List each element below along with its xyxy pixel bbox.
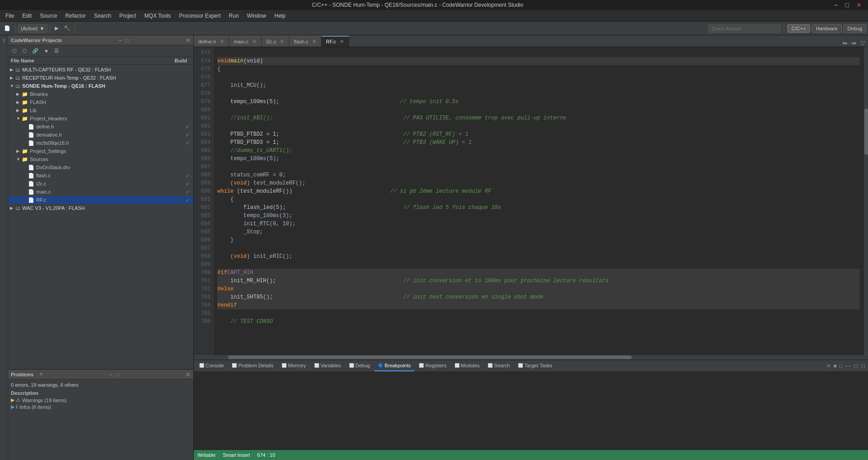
bottom-tab-target-tasks[interactable]: ⬜Target Tasks [514, 360, 556, 371]
tree-item-label: DoOnStack.drv [36, 165, 193, 170]
menu-item-refactor[interactable]: Refactor [62, 12, 89, 20]
vertical-scrollbar[interactable] [863, 47, 868, 355]
tree-collapse-btn[interactable]: ⬡ [10, 47, 19, 55]
bottom-tab-console[interactable]: ⬜Console [196, 360, 227, 371]
close-btn[interactable]: ✕ [854, 1, 864, 9]
tree-item[interactable]: ▶📁Lib [8, 106, 193, 114]
tree-item[interactable]: ▶📁Binaries [8, 90, 193, 98]
editor-tab-i2c.c[interactable]: i2c.c✕ [262, 36, 290, 47]
title-controls[interactable]: − □ ✕ [831, 1, 864, 9]
tree-expand-btn[interactable]: ⬡ [20, 47, 29, 55]
menu-item-project[interactable]: Project [115, 12, 139, 20]
bottom-ctrl-btn-2[interactable]: □ [839, 363, 844, 369]
tab-nav-btn[interactable]: ⬅ [841, 39, 849, 47]
menu-item-window[interactable]: Window [243, 12, 270, 20]
code-line [217, 73, 860, 81]
editor-tab-flash.c[interactable]: flash.c✕ [289, 36, 321, 47]
tree-item[interactable]: ▶📁FLASH [8, 98, 193, 106]
tab-close-btn[interactable]: ✕ [340, 38, 344, 45]
tree-expander-icon: ▶ [16, 108, 22, 113]
tree-item[interactable]: 📄flash.c✓ [8, 171, 193, 180]
tree-item[interactable]: ▼🗂SONDE Hum-Temp - QE16 : FLASH [8, 82, 193, 90]
bottom-ctrl-btn-1[interactable]: ■ [833, 363, 838, 369]
editor-tab-RF.c[interactable]: RF.c✕ [321, 36, 349, 47]
bottom-tab-variables[interactable]: ⬜Variables [311, 360, 345, 371]
menu-item-help[interactable]: Help [271, 12, 289, 20]
problem-category-infos[interactable]: ▶ ℹ Infos (6 items) [11, 403, 191, 410]
editor-tab-define.h[interactable]: define.h✕ [194, 36, 229, 47]
tree-item[interactable]: 📄derivative.h✓ [8, 131, 193, 139]
h-scroll-thumb[interactable] [228, 356, 632, 359]
tab-close-btn[interactable]: ✕ [252, 38, 257, 45]
bottom-tab-modules[interactable]: ⬜Modules [451, 360, 484, 371]
problems-minimize[interactable]: − [109, 371, 112, 378]
scroll-thumb[interactable] [864, 109, 868, 155]
bottom-tab-registers[interactable]: ⬜Registers [415, 360, 450, 371]
problem-category-warnings[interactable]: ▶ ⚠ Warnings (19 items) [11, 397, 191, 403]
tree-item[interactable]: ▼📁Sources [8, 155, 193, 163]
bottom-ctrl-btn-3[interactable]: — [844, 363, 852, 369]
tree-link-btn[interactable]: 🔗 [30, 47, 41, 55]
code-area[interactable]: void main(void){ init_MCU(); tempo_100ms… [214, 47, 863, 355]
minimize-btn[interactable]: − [831, 1, 840, 9]
bottom-tab-problem-details[interactable]: ⬜Problem Details [228, 360, 277, 371]
project-panel-close[interactable]: ✕ [185, 37, 191, 44]
code-line [217, 122, 860, 130]
tree-item[interactable]: ▶📁Project_Settings [8, 147, 193, 155]
restore-btn[interactable]: □ [843, 1, 852, 9]
menu-item-file[interactable]: File [2, 12, 18, 20]
editor-tab-main.c[interactable]: main.c✕ [229, 36, 261, 47]
line-number: 684 [194, 138, 213, 147]
line-number: 694 [194, 220, 213, 228]
tree-filter-btn[interactable]: ▼ [42, 47, 51, 55]
perspective-debug-btn[interactable]: Debug [844, 24, 866, 33]
tree-item[interactable]: 📄DoOnStack.drv [8, 163, 193, 171]
menu-item-edit[interactable]: Edit [19, 12, 35, 20]
tree-item[interactable]: ▶🗂RECEPTEUR Hum-Temp - QE32 : FLASH [8, 74, 193, 82]
menu-item-mqx tools[interactable]: MQX Tools [141, 12, 174, 20]
tab-nav-btn[interactable]: ➡ [850, 39, 858, 47]
tree-item[interactable]: 📄define.h✓ [8, 123, 193, 131]
horizontal-scrollbar[interactable] [194, 355, 868, 360]
bottom-ctrl-btn-4[interactable]: ◻ [853, 363, 859, 369]
tab-nav-btn[interactable]: ▽ [859, 39, 866, 47]
toolbar-new-btn[interactable]: 📄 [2, 24, 13, 33]
bottom-tab-memory[interactable]: ⬜Memory [278, 360, 310, 371]
perspective-hardware-btn[interactable]: Hardware [812, 24, 842, 33]
menu-item-processor expert[interactable]: Processor Expert [175, 12, 224, 20]
left-icon-1[interactable]: ⇔ [0, 37, 7, 44]
tree-item[interactable]: 📄i2c.c✓ [8, 180, 193, 188]
build-btn[interactable]: 🔨 [62, 24, 72, 33]
bottom-ctrl-btn-5[interactable]: ◻ [860, 363, 866, 369]
bottom-tab-breakpoints[interactable]: 🔵Breakpoints [374, 360, 414, 371]
problems-maximize[interactable]: □ [116, 371, 120, 378]
menu-item-run[interactable]: Run [225, 12, 242, 20]
tree-item[interactable]: 📄main.c✓ [8, 188, 193, 196]
project-panel-maximize[interactable]: □ [125, 37, 129, 43]
quick-access-input[interactable] [708, 24, 781, 33]
debug-btn[interactable]: ▶ [53, 24, 61, 33]
tree-item[interactable]: ▶🗂MULTI-CAPTEURS RF - QE32 : FLASH [8, 66, 193, 74]
menu-item-source[interactable]: Source [36, 12, 61, 20]
active-dropdown[interactable]: (Active) ▼ [18, 24, 48, 33]
tree-build-check: ✓ [186, 124, 190, 130]
tree-item[interactable]: 📄RF.c✓ [8, 196, 193, 204]
tree-item[interactable]: 📄mc9s08qe16.h✓ [8, 139, 193, 147]
menu-item-search[interactable]: Search [90, 12, 115, 20]
tree-menu-btn[interactable]: ☰ [52, 47, 61, 55]
bottom-ctrl-btn-0[interactable]: ✕ [825, 363, 832, 369]
tree-item[interactable]: ▶🗂WAC V3 - V1.20PA : FLASH [8, 204, 193, 212]
tree-build-check: ✓ [186, 132, 190, 138]
bottom-tab-search[interactable]: ⬜Search [484, 360, 513, 371]
perspective-cpp-btn[interactable]: C/C++ [787, 24, 810, 33]
tree-item[interactable]: ▼📁Project_Headers [8, 114, 193, 123]
tab-close-btn[interactable]: ✕ [312, 38, 317, 45]
code-line: init_SHT85(); // init next conversion en… [217, 293, 860, 301]
tree-type-icon: 🗂 [15, 75, 20, 81]
tab-close-btn[interactable]: ✕ [280, 38, 284, 45]
project-panel-minimize[interactable]: − [118, 37, 122, 44]
problems-close[interactable]: ✕ [185, 371, 191, 378]
tab-close-btn[interactable]: ✕ [220, 38, 224, 45]
bottom-tab-debug[interactable]: ⬜Debug [345, 360, 374, 371]
col-build: Build [175, 58, 187, 63]
